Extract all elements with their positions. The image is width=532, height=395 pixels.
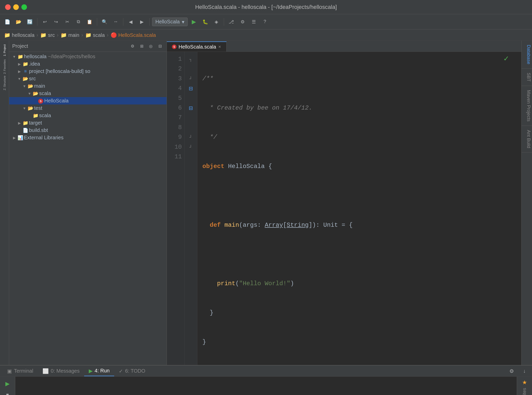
paste-button[interactable]: 📋 <box>85 17 94 27</box>
run-play-btn[interactable]: ▶ <box>3 379 13 388</box>
debug-button[interactable]: 🐛 <box>200 17 210 27</box>
cut-button[interactable]: ✂ <box>62 17 72 27</box>
settings-button[interactable]: ⚙ <box>238 17 247 27</box>
ant-tab[interactable]: Ant Build <box>522 126 532 153</box>
gutter-10[interactable]: ┘ <box>185 142 197 152</box>
messages-tab[interactable]: ⬜ 0: Messages <box>38 366 84 376</box>
favorites-icon[interactable]: ★ <box>522 379 527 386</box>
tree-locate-btn[interactable]: ◎ <box>147 43 154 50</box>
tree-item-main[interactable]: ▼ 📂 main <box>9 82 167 90</box>
maximize-button[interactable] <box>21 4 27 10</box>
tree-item-test[interactable]: ▼ 📂 test <box>9 104 167 112</box>
tree-arrow-scala-main: ▼ <box>27 92 32 96</box>
bottom-download-btn[interactable]: ↓ <box>519 366 529 376</box>
run-coverage-button[interactable]: ◈ <box>212 17 221 27</box>
breadcrumb-item-2[interactable]: 📁 src <box>40 32 55 38</box>
terminal-icon: ▣ <box>7 368 12 374</box>
gutter-6[interactable]: ⊟ <box>185 103 197 113</box>
minimize-button[interactable] <box>13 4 19 10</box>
folder-open-icon-src: 📂 <box>22 76 29 82</box>
breadcrumb-item-4[interactable]: 📁 scala <box>85 32 105 38</box>
toolbar-sep-3 <box>123 18 123 26</box>
terminal-label: Terminal <box>14 368 33 374</box>
help-button[interactable]: ? <box>260 17 270 27</box>
redo-button[interactable]: ↪ <box>51 17 61 27</box>
run-config-selector[interactable]: HelloScala ▾ <box>152 18 188 26</box>
structure-panel-icon[interactable]: Z: Structure <box>1 75 8 90</box>
back-button[interactable]: ◀ <box>126 17 136 27</box>
project-panel-icon[interactable]: 1: Project <box>1 43 8 58</box>
terminal-tab[interactable]: ▣ Terminal <box>3 366 38 376</box>
run-button[interactable]: ▶ <box>189 17 199 27</box>
find-button[interactable]: 🔍 <box>100 17 109 27</box>
todo-icon: ✓ <box>119 368 123 374</box>
sync-button[interactable]: 🔄 <box>25 17 35 27</box>
tree-item-scala-test[interactable]: 📁 scala <box>9 112 167 119</box>
tab-label: HelloScala.scala <box>179 44 216 50</box>
tree-arrow-idea: ▶ <box>17 62 22 66</box>
tree-item-scala-main[interactable]: ▼ 📂 scala <box>9 90 167 97</box>
vcs-button[interactable]: ⎇ <box>227 17 236 27</box>
breadcrumb: 📁 helloscala › 📁 src › 📁 main › 📁 scala … <box>0 29 532 41</box>
tree-item-root-label: helloscala ~/IdeaProjects/hellos <box>24 54 95 59</box>
todo-tab[interactable]: ✓ 6: TODO <box>114 366 150 376</box>
gutter-5 <box>185 94 197 103</box>
database-tab[interactable]: Database <box>522 41 532 69</box>
gutter-11 <box>185 152 197 162</box>
sbt-tab[interactable]: SBT <box>522 69 532 86</box>
sbt-file-icon: 📄 <box>22 128 29 133</box>
forward-button[interactable]: ▶ <box>137 17 147 27</box>
editor-tabs: S HelloScala.scala ✕ <box>167 41 521 52</box>
folder-open-icon-scala-main: 📂 <box>32 91 39 96</box>
tree-item-idea[interactable]: ▶ 📁 .idea <box>9 60 167 68</box>
tree-arrow-extlib: ▶ <box>12 136 17 140</box>
tree-item-extlib[interactable]: ▶ 📊 External Libraries <box>9 134 167 141</box>
tree-item-buildsbt[interactable]: 📄 build.sbt <box>9 127 167 134</box>
undo-button[interactable]: ↩ <box>40 17 50 27</box>
toolbar-sep-1 <box>37 18 37 26</box>
checkmark-icon: ✓ <box>503 54 509 63</box>
code-line-5 <box>202 191 516 201</box>
tree-item-helloscala[interactable]: S HelloScala <box>9 97 167 104</box>
run-tab[interactable]: ▶ 4: Run <box>84 366 114 376</box>
run-stop-btn[interactable]: ■ <box>3 390 13 395</box>
replace-button[interactable]: ↔ <box>111 17 121 27</box>
tree-arrow-src: ▼ <box>17 77 22 81</box>
line-numbers: 1 2 3 4 5 6 7 8 9 10 11 <box>167 52 185 365</box>
breadcrumb-item-1[interactable]: 📁 helloscala <box>4 32 35 38</box>
tree-item-src[interactable]: ▼ 📂 src <box>9 75 167 82</box>
sdk-button[interactable]: ☰ <box>249 17 259 27</box>
tree-label-buildsbt: build.sbt <box>29 127 48 133</box>
bottom-settings-btn[interactable]: ⚙ <box>507 366 517 376</box>
gutter-9[interactable]: ┘ <box>185 132 197 142</box>
tree-label-helloscala: HelloScala <box>44 98 69 104</box>
tree-collapse-btn[interactable]: ⊞ <box>138 43 145 50</box>
favorites-panel-icon[interactable]: 2: Favorites <box>1 59 8 74</box>
code-line-10: } <box>202 337 516 347</box>
code-line-8: print("Hello World!") <box>202 279 516 288</box>
toolbar-sep-4 <box>149 18 150 26</box>
gutter-3[interactable]: ┘ <box>185 74 197 84</box>
chevron-down-icon: ▾ <box>182 19 184 25</box>
breadcrumb-item-5[interactable]: 🔴 HelloScala.scala <box>111 32 156 38</box>
tree-item-project[interactable]: ▶ ≡ project [helloscala-build] so <box>9 68 167 75</box>
tree-item-root[interactable]: ▼ 📁 helloscala ~/IdeaProjects/hellos <box>9 53 167 60</box>
toolbar-sep-2 <box>97 18 97 26</box>
tree-expand-btn[interactable]: ⊟ <box>156 43 164 50</box>
close-button[interactable] <box>5 4 11 10</box>
gutter-1[interactable]: ┐ <box>185 54 197 64</box>
messages-label: 0: Messages <box>51 368 80 374</box>
tab-helloscala[interactable]: S HelloScala.scala ✕ <box>167 41 227 52</box>
tab-close-button[interactable]: ✕ <box>218 45 221 49</box>
tree-item-target[interactable]: ▶ 📁 target <box>9 119 167 127</box>
code-area[interactable]: /** * Created by bee on 17/4/12. */ obje… <box>197 52 521 365</box>
copy-button[interactable]: ⧉ <box>73 17 83 27</box>
breadcrumb-item-3[interactable]: 📁 main <box>61 32 79 38</box>
gutter-4[interactable]: ⊟ <box>185 84 197 93</box>
open-button[interactable]: 📂 <box>14 17 23 27</box>
maven-tab[interactable]: Maven Projects <box>522 86 532 126</box>
tree-settings-btn[interactable]: ⚙ <box>129 43 136 50</box>
extlib-icon: 📊 <box>17 135 24 141</box>
new-file-button[interactable]: 📄 <box>3 17 12 27</box>
tree-label-scala-test: scala <box>39 113 51 118</box>
